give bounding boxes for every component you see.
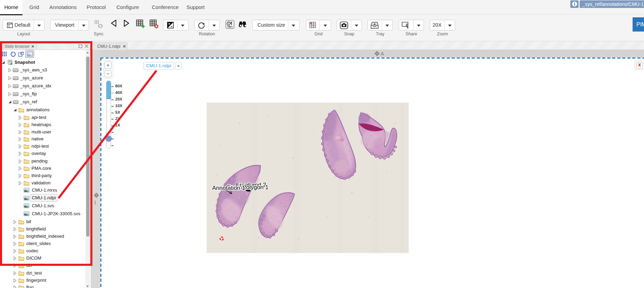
svg-text:Annotation 1: Annotation 1 bbox=[212, 185, 245, 191]
svg-text:Polygon 1: Polygon 1 bbox=[242, 184, 269, 191]
